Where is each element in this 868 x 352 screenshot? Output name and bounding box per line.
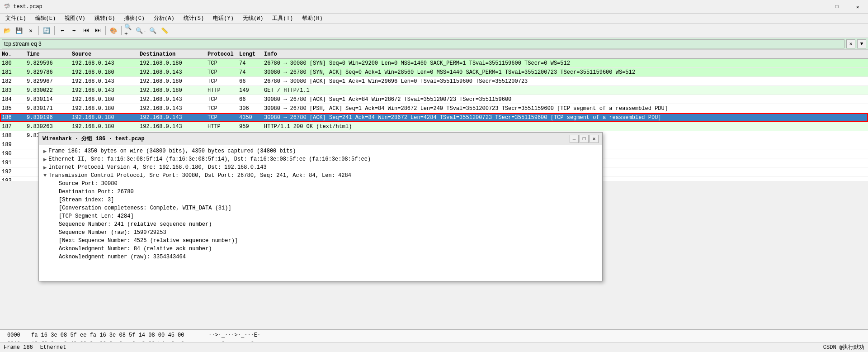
detail-arrow-icon: ▶: [43, 164, 47, 171]
cell-len: 66: [237, 96, 262, 103]
col-header-info: Info: [262, 51, 868, 57]
filter-clear-button[interactable]: ✕: [846, 39, 855, 48]
ruler-button[interactable]: 📏: [159, 25, 170, 36]
jump-first-button[interactable]: ⏮: [80, 25, 91, 36]
table-row[interactable]: 187 9.830263 192.168.0.180 192.168.0.143…: [0, 122, 868, 131]
table-row[interactable]: 183 9.830022 192.168.0.143 192.168.0.180…: [0, 86, 868, 95]
status-frame: Frame 186: [4, 344, 33, 351]
window-controls: — □ ✕: [806, 0, 868, 14]
table-row[interactable]: 180 9.829596 192.168.0.143 192.168.0.180…: [0, 59, 868, 68]
menu-edit[interactable]: 编辑(E): [32, 14, 60, 23]
toolbar-sep-4: [121, 26, 122, 35]
zoom-reset-button[interactable]: 🔍: [147, 25, 158, 36]
menu-capture[interactable]: 捕获(C): [120, 14, 148, 23]
menu-statistics[interactable]: 统计(S): [180, 14, 208, 23]
detail-line[interactable]: [TCP Segment Len: 4284]: [42, 212, 599, 220]
menu-wireless[interactable]: 无线(W): [239, 14, 267, 23]
cell-info: HTTP/1.1 200 OK (text/html): [262, 124, 868, 130]
cell-src: 192.168.0.143: [70, 78, 138, 85]
table-row[interactable]: 185 9.830171 192.168.0.180 192.168.0.143…: [0, 104, 868, 113]
filter-bar: ✕ ▼: [0, 38, 868, 50]
hex-offset-0: 0000: [7, 332, 28, 338]
detail-line[interactable]: [Conversation completeness: Complete, WI…: [42, 204, 599, 212]
filter-input[interactable]: [2, 39, 844, 48]
popup-close-button[interactable]: ✕: [590, 135, 599, 143]
detail-arrow-icon: ▶: [43, 148, 47, 155]
cell-info: 26780 → 30080 [SYN] Seq=0 Win=29200 Len=…: [262, 60, 868, 67]
table-row[interactable]: 181 9.829786 192.168.0.180 192.168.0.143…: [0, 68, 868, 77]
jump-last-button[interactable]: ⏭: [92, 25, 103, 36]
detail-arrow-icon: ▼: [43, 172, 47, 179]
popup-maximize-button[interactable]: □: [580, 135, 589, 143]
minimize-button[interactable]: —: [806, 0, 826, 14]
cell-info: 30080 → 26780 [ACK] Seq=241 Ack=84 Win=2…: [262, 114, 868, 121]
detail-line-text: Source Port: 30080: [59, 181, 118, 187]
cell-src: 192.168.0.180: [70, 105, 138, 112]
cell-proto: TCP: [206, 78, 237, 85]
menu-phone[interactable]: 电话(Y): [209, 14, 237, 23]
reload-button[interactable]: 🔄: [41, 25, 52, 36]
detail-line[interactable]: Destination Port: 26780: [42, 188, 599, 196]
menu-tools[interactable]: 工具(T): [269, 14, 297, 23]
table-row[interactable]: 182 9.829967 192.168.0.143 192.168.0.180…: [0, 77, 868, 86]
maximize-button[interactable]: □: [826, 0, 847, 14]
cell-info: 30080 → 26780 [ACK] Seq=1 Ack=84 Win=286…: [262, 96, 868, 103]
detail-popup-title-bar: Wireshark · 分组 186 · test.pcap — □ ✕: [39, 133, 602, 145]
cell-proto: HTTP: [206, 87, 237, 94]
cell-no: 191: [0, 160, 25, 166]
zoom-in-button[interactable]: 🔍+: [124, 25, 135, 36]
cell-info: 26780 → 30080 [ACK] Seq=1 Ack=1 Win=2969…: [262, 78, 868, 85]
toolbar-sep-2: [54, 26, 55, 35]
detail-line[interactable]: [Next Sequence Number: 4525 (relative se…: [42, 237, 599, 245]
next-button[interactable]: ➡: [69, 25, 80, 36]
detail-line-text: [Next Sequence Number: 4525 (relative se…: [59, 238, 238, 244]
save-button[interactable]: 💾: [14, 25, 24, 36]
detail-line[interactable]: ▼Transmission Control Protocol, Src Port…: [42, 171, 599, 180]
cell-len: 149: [237, 87, 262, 94]
colorize-button[interactable]: 🎨: [108, 25, 119, 36]
menu-analyze[interactable]: 分析(A): [150, 14, 178, 23]
table-row[interactable]: 184 9.830114 192.168.0.180 192.168.0.143…: [0, 95, 868, 104]
menu-help[interactable]: 帮助(H): [298, 14, 326, 23]
open-button[interactable]: 📂: [2, 25, 13, 36]
col-header-dst: Destination: [138, 51, 206, 57]
packet-list-header: No. Time Source Destination Protocol Len…: [0, 50, 868, 59]
cell-time: 9.830022: [25, 87, 70, 94]
detail-line-text: Ethernet II, Src: fa:16:3e:08:5f:14 (fa:…: [48, 156, 371, 162]
status-bar: Frame 186 Ethernet CSDN @执行默劝: [0, 342, 868, 352]
cell-info: GET / HTTP/1.1: [262, 87, 868, 94]
filter-dropdown-button[interactable]: ▼: [857, 39, 866, 48]
detail-line[interactable]: Source Port: 30080: [42, 180, 599, 188]
close-button[interactable]: ✕: [847, 0, 868, 14]
detail-popup: Wireshark · 分组 186 · test.pcap — □ ✕ ▶Fr…: [38, 132, 603, 281]
detail-line[interactable]: ▶Internet Protocol Version 4, Src: 192.1…: [42, 163, 599, 171]
detail-line[interactable]: ▶Ethernet II, Src: fa:16:3e:08:5f:14 (fa…: [42, 155, 599, 163]
cell-dst: 192.168.0.180: [138, 78, 206, 85]
detail-line-text: Sequence Number (raw): 1590729253: [59, 229, 166, 236]
menu-view[interactable]: 视图(V): [61, 14, 89, 23]
cell-src: 192.168.0.180: [70, 69, 138, 76]
detail-line-text: Acknowledgment number (raw): 3354343464: [59, 254, 186, 260]
detail-line-text: [Stream index: 3]: [59, 197, 114, 203]
detail-popup-title-text: Wireshark · 分组 186 · test.pcap: [42, 135, 145, 143]
detail-line[interactable]: Sequence Number: 241 (relative sequence …: [42, 220, 599, 228]
prev-button[interactable]: ⬅: [57, 25, 68, 36]
cell-proto: HTTP: [206, 124, 237, 130]
toolbar-sep-1: [38, 26, 39, 35]
menu-goto[interactable]: 跳转(G): [91, 14, 119, 23]
menu-bar: 文件(E) 编辑(E) 视图(V) 跳转(G) 捕获(C) 分析(A) 统计(S…: [0, 14, 868, 24]
cell-no: 183: [0, 87, 25, 94]
hex-ascii-0: ··>·_···>·_···E·: [208, 332, 260, 338]
menu-file[interactable]: 文件(E): [2, 14, 30, 23]
detail-line[interactable]: Acknowledgment Number: 84 (relative ack …: [42, 245, 599, 253]
zoom-out-button[interactable]: 🔍-: [136, 25, 146, 36]
detail-line[interactable]: ▶Frame 186: 4350 bytes on wire (34800 bi…: [42, 147, 599, 155]
detail-line[interactable]: [Stream index: 3]: [42, 196, 599, 204]
detail-line[interactable]: Acknowledgment number (raw): 3354343464: [42, 253, 599, 261]
cell-len: 74: [237, 60, 262, 67]
detail-line[interactable]: Sequence Number (raw): 1590729253: [42, 228, 599, 237]
cell-no: 192: [0, 169, 25, 175]
close-capture-button[interactable]: ✕: [25, 25, 36, 36]
popup-minimize-button[interactable]: —: [570, 135, 579, 143]
table-row[interactable]: 186 9.830196 192.168.0.180 192.168.0.143…: [0, 113, 868, 122]
